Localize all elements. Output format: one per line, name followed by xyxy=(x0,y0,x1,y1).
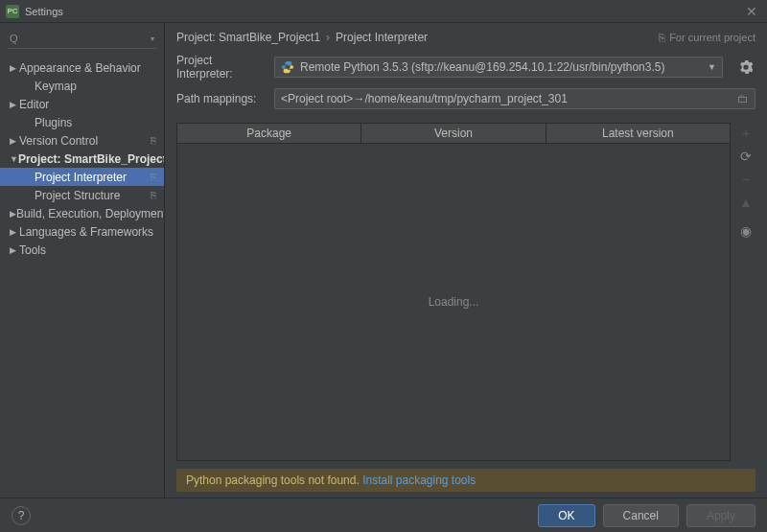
mappings-field[interactable]: <Project root>→/home/keanu/tmp/pycharm_p… xyxy=(274,88,755,109)
show-early-releases-icon[interactable]: ◉ xyxy=(737,222,755,240)
tree-item[interactable]: Project Interpreter⎘ xyxy=(0,168,164,186)
chevron-right-icon: ▶ xyxy=(10,136,19,146)
upgrade-package-icon[interactable]: ▲ xyxy=(737,194,755,211)
table-column-latest[interactable]: Latest version xyxy=(546,124,730,143)
breadcrumb: Project: SmartBike_Project1 › Project In… xyxy=(165,23,767,50)
project-scope-icon: ⎘ xyxy=(145,190,156,200)
tree-item[interactable]: Keymap xyxy=(0,77,164,95)
close-icon[interactable]: ✕ xyxy=(742,4,761,19)
tree-item[interactable]: ▶Appearance & Behavior xyxy=(0,58,164,77)
mappings-label: Path mappings: xyxy=(176,92,265,105)
breadcrumb-separator-icon: › xyxy=(326,31,330,44)
tree-item-label: Version Control xyxy=(19,134,98,148)
project-scope-icon: ⎘ xyxy=(145,135,156,146)
chevron-right-icon: ▶ xyxy=(10,100,19,109)
search-input[interactable] xyxy=(22,32,151,45)
apply-button[interactable]: Apply xyxy=(686,504,755,527)
app-icon: PC xyxy=(6,5,19,18)
tree-item[interactable]: ▶Tools xyxy=(0,241,164,259)
python-icon xyxy=(281,60,294,74)
install-tools-link[interactable]: Install packaging tools xyxy=(362,474,476,487)
packages-table: Package Version Latest version Loading..… xyxy=(176,123,731,461)
tree-item[interactable]: Plugins xyxy=(0,113,164,131)
mappings-value: <Project root>→/home/keanu/tmp/pycharm_p… xyxy=(281,92,733,105)
settings-sidebar: Q ▾ ▶Appearance & BehaviorKeymap▶EditorP… xyxy=(0,23,165,497)
chevron-right-icon: ▶ xyxy=(10,63,19,73)
table-column-package[interactable]: Package xyxy=(177,124,361,143)
search-icon: Q xyxy=(10,33,18,44)
chevron-right-icon: ▶ xyxy=(10,227,19,237)
warning-text: Python packaging tools not found. xyxy=(186,474,362,487)
table-column-version[interactable]: Version xyxy=(361,124,546,143)
search-dropdown-icon[interactable]: ▾ xyxy=(151,35,154,43)
chevron-down-icon: ▼ xyxy=(10,154,18,164)
gear-icon[interactable] xyxy=(736,58,755,77)
tree-item[interactable]: ▶Editor xyxy=(0,95,164,113)
tree-item-label: Keymap xyxy=(35,80,77,93)
tree-item[interactable]: ▼Project: SmartBike_Project1⎘ xyxy=(0,150,164,168)
copy-icon: ⎘ xyxy=(659,32,665,43)
interpreter-value: Remote Python 3.5.3 (sftp://keanu@169.25… xyxy=(300,60,702,74)
project-scope-icon: ⎘ xyxy=(145,172,156,182)
for-current-project-label: ⎘ For current project xyxy=(659,32,755,43)
tree-item-label: Project Structure xyxy=(35,189,120,202)
help-button[interactable]: ? xyxy=(12,506,31,525)
tree-item-label: Editor xyxy=(19,98,49,111)
ok-button[interactable]: OK xyxy=(538,504,594,527)
tree-item-label: Appearance & Behavior xyxy=(19,61,141,75)
tree-item[interactable]: Project Structure⎘ xyxy=(0,186,164,204)
settings-tree: ▶Appearance & BehaviorKeymap▶EditorPlugi… xyxy=(0,55,164,497)
search-box[interactable]: Q ▾ xyxy=(8,29,156,49)
tree-item-label: Tools xyxy=(19,243,46,257)
chevron-right-icon: ▶ xyxy=(10,245,19,255)
tree-item-label: Languages & Frameworks xyxy=(19,225,153,239)
tree-item[interactable]: ▶Version Control⎘ xyxy=(0,131,164,150)
tree-item-label: Project: SmartBike_Project1 xyxy=(18,152,164,166)
chevron-right-icon: ▶ xyxy=(10,209,16,219)
tree-item[interactable]: ▶Build, Execution, Deployment xyxy=(0,204,164,222)
remove-package-icon[interactable]: − xyxy=(737,171,755,188)
loading-text: Loading... xyxy=(429,295,479,309)
tree-item[interactable]: ▶Languages & Frameworks xyxy=(0,222,164,241)
folder-icon[interactable]: 🗀 xyxy=(737,92,749,105)
tree-item-label: Plugins xyxy=(35,116,72,129)
add-package-icon[interactable]: + xyxy=(737,125,755,142)
tree-item-label: Project Interpreter xyxy=(35,171,127,184)
busy-icon: ⟳ xyxy=(737,148,755,165)
breadcrumb-page: Project Interpreter xyxy=(336,31,428,44)
warning-bar: Python packaging tools not found. Instal… xyxy=(176,469,755,492)
breadcrumb-project: Project: SmartBike_Project1 xyxy=(176,31,320,44)
interpreter-label: Project Interpreter: xyxy=(176,54,265,81)
interpreter-dropdown[interactable]: Remote Python 3.5.3 (sftp://keanu@169.25… xyxy=(274,57,723,78)
chevron-down-icon: ▼ xyxy=(708,62,716,72)
cancel-button[interactable]: Cancel xyxy=(603,504,679,527)
tree-item-label: Build, Execution, Deployment xyxy=(16,207,164,220)
window-title: Settings xyxy=(25,6,63,17)
